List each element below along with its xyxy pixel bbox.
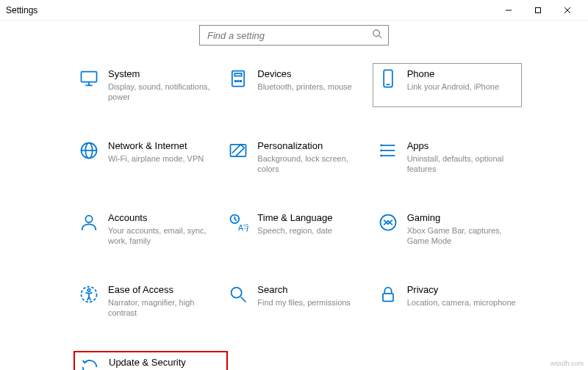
apps-icon [378,140,398,161]
tile-privacy[interactable]: PrivacyLocation, camera, microphone [373,279,522,323]
tile-label: System [108,68,218,80]
svg-point-26 [85,216,92,222]
svg-rect-6 [82,72,97,82]
update-icon [79,357,100,370]
tile-gaming[interactable]: GamingXbox Game Bar, captures, Game Mode [373,207,522,251]
tile-label: Devices [257,68,351,80]
tile-desc: Bluetooth, printers, mouse [257,81,351,92]
window-title: Settings [6,5,37,15]
time-icon: A字 [228,212,248,233]
tile-personalization[interactable]: PersonalizationBackground, lock screen, … [223,135,372,179]
tile-desc: Link your Android, iPhone [407,81,499,92]
svg-point-11 [235,81,237,82]
svg-line-33 [241,297,246,302]
tile-desc: Xbox Game Bar, captures, Game Mode [407,225,517,246]
tile-desc: Your accounts, email, sync, work, family [108,225,218,246]
system-icon [79,68,99,89]
search-input[interactable] [206,29,372,42]
tile-devices[interactable]: DevicesBluetooth, printers, mouse [223,63,372,107]
svg-point-24 [381,150,381,150]
tile-label: Gaming [407,212,517,224]
network-icon [79,140,99,161]
privacy-icon [378,284,398,305]
watermark: wsxdh.com [551,360,584,367]
minimize-button[interactable] [494,0,523,21]
tile-label: Update & Security [109,357,219,369]
svg-point-25 [381,155,381,156]
tile-desc: Speech, region, date [257,225,332,236]
tile-desc: Location, camera, microphone [407,297,516,308]
settings-grid: SystemDisplay, sound, notifications, pow… [0,63,588,370]
tile-label: Phone [407,68,499,80]
phone-icon [378,68,398,89]
tile-label: Personalization [257,140,367,152]
tile-label: Search [257,284,351,296]
svg-point-4 [373,30,380,37]
tile-phone[interactable]: PhoneLink your Android, iPhone [373,63,522,107]
svg-rect-34 [383,294,393,302]
tile-system[interactable]: SystemDisplay, sound, notifications, pow… [74,63,223,107]
tile-apps[interactable]: AppsUninstall, defaults, optional featur… [373,135,522,179]
tile-desc: Wi-Fi, airplane mode, VPN [108,153,204,164]
gaming-icon [378,212,398,233]
tile-desc: Uninstall, defaults, optional features [407,153,517,174]
svg-rect-10 [235,73,242,76]
tile-label: Privacy [407,284,516,296]
tile-ease[interactable]: Ease of AccessNarrator, magnifier, high … [74,279,223,323]
tile-desc: Find my files, permissions [257,297,351,308]
window-controls [494,0,582,21]
tile-desc: Display, sound, notifications, power [108,81,218,102]
tile-label: Ease of Access [108,284,218,296]
tile-search[interactable]: SearchFind my files, permissions [223,279,372,323]
tile-label: Network & Internet [108,140,204,152]
tile-label: Apps [407,140,517,152]
devices-icon [228,68,248,89]
svg-text:A字: A字 [238,223,248,232]
svg-point-29 [380,215,395,231]
tile-update[interactable]: Update & SecurityWindows Update, recover… [74,351,228,370]
svg-line-5 [379,36,382,39]
tile-desc: Narrator, magnifier, high contrast [108,297,218,318]
svg-point-12 [237,81,239,82]
tile-label: Accounts [108,212,218,224]
svg-point-32 [232,288,242,298]
svg-point-13 [240,81,242,82]
svg-point-31 [87,289,90,291]
accounts-icon [79,212,99,233]
svg-rect-1 [536,7,541,12]
personalization-icon [228,140,248,161]
tile-time[interactable]: A字 Time & LanguageSpeech, region, date [223,207,372,251]
tile-accounts[interactable]: AccountsYour accounts, email, sync, work… [74,207,223,251]
ease-icon [79,284,99,305]
svg-point-23 [381,145,381,145]
search-icon [372,29,382,42]
tile-network[interactable]: Network & InternetWi-Fi, airplane mode, … [74,135,223,179]
tile-label: Time & Language [257,212,332,224]
maximize-button[interactable] [523,0,553,21]
titlebar: Settings [0,0,588,21]
search-container [0,25,588,46]
close-button[interactable] [553,0,582,21]
search-tile-icon [228,284,248,305]
search-box[interactable] [199,25,389,46]
tile-desc: Background, lock screen, colors [257,153,367,174]
